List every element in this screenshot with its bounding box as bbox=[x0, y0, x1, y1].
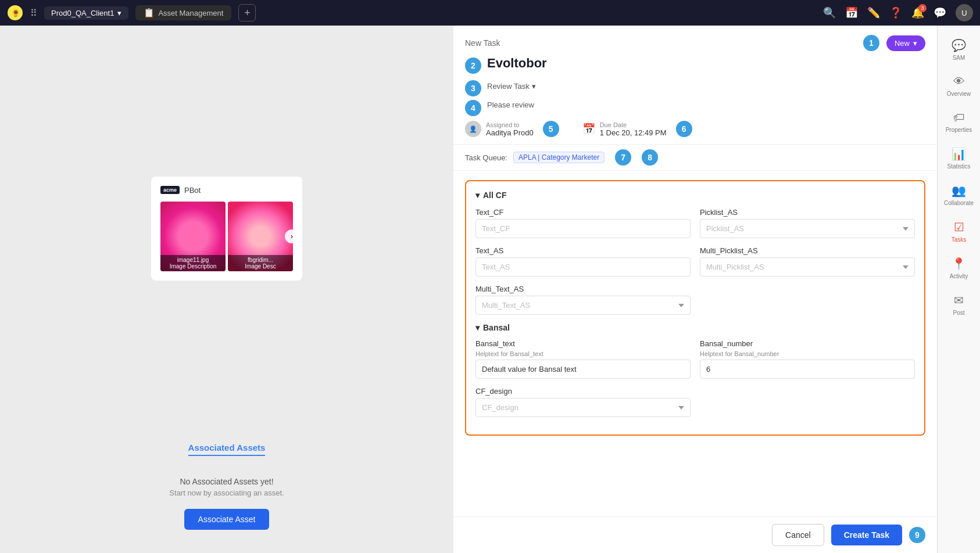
tab-label: Asset Management bbox=[158, 9, 223, 17]
logo[interactable]: 🌻 bbox=[7, 5, 23, 21]
sam-label: SAM bbox=[953, 55, 965, 61]
asset-area: acme PBot image11.jpg Image Description … bbox=[0, 26, 453, 431]
assigned-value: Aaditya Prod0 bbox=[486, 128, 534, 137]
assigned-to-field: 👤 Assigned to Aaditya Prod0 5 bbox=[465, 121, 559, 137]
task-name: Evoltobor bbox=[487, 56, 547, 71]
multi-text-as-label: Multi_Text_AS bbox=[475, 285, 691, 293]
sidebar-item-properties[interactable]: 🏷 Properties bbox=[938, 105, 980, 139]
asset-management-tab[interactable]: 📋 Asset Management bbox=[135, 5, 231, 20]
new-tab-button[interactable]: + bbox=[238, 4, 256, 21]
tag-icon: 🏷 bbox=[953, 111, 965, 124]
assigned-label: Assigned to bbox=[486, 121, 534, 128]
asset-image-2[interactable]: fbgridim... Image Desc bbox=[228, 202, 293, 271]
sidebar-item-tasks[interactable]: ☑ Tasks bbox=[938, 214, 980, 249]
help-icon[interactable]: ❓ bbox=[889, 6, 902, 19]
bansal-text-field: Bansal_text Helptext for Bansal_text bbox=[475, 339, 691, 379]
associate-asset-button[interactable]: Associate Asset bbox=[184, 509, 270, 530]
cf-row-2: Text_AS Multi_Picklist_AS Multi_Picklist… bbox=[475, 246, 915, 276]
edit-icon[interactable]: ✏️ bbox=[867, 6, 880, 19]
workspace-selector[interactable]: Prod0_QA_Client1 ▾ bbox=[44, 6, 128, 20]
status-label: New bbox=[895, 39, 910, 48]
multi-picklist-as-label: Multi_Picklist_AS bbox=[700, 246, 915, 255]
no-assets-subtitle: Start now by associating an asset. bbox=[12, 489, 442, 497]
assigned-avatar: 👤 bbox=[465, 121, 481, 137]
all-cf-title: All CF bbox=[483, 191, 506, 200]
grid-icon[interactable]: ⠿ bbox=[30, 8, 37, 19]
collaborate-label: Collaborate bbox=[944, 200, 974, 206]
bansal-number-field: Bansal_number Helptext for Bansal_number bbox=[700, 339, 915, 379]
associated-assets-section: Associated Assets No Associated Assets y… bbox=[0, 431, 453, 553]
task-type-button[interactable]: Review Task ▾ bbox=[487, 82, 536, 91]
sidebar-item-post[interactable]: ✉ Post bbox=[938, 288, 980, 322]
step-badge-9: 9 bbox=[909, 527, 925, 543]
svg-text:🌻: 🌻 bbox=[11, 8, 21, 18]
eye-icon: 👁 bbox=[953, 75, 965, 88]
user-avatar[interactable]: U bbox=[956, 4, 973, 21]
text-cf-input[interactable] bbox=[475, 219, 691, 238]
cf-design-select[interactable]: CF_design bbox=[475, 398, 691, 417]
no-assets-area: No Associated Assets yet! Start now by a… bbox=[0, 465, 453, 553]
step-badge-5: 5 bbox=[543, 121, 559, 137]
due-date-value: 1 Dec 20, 12:49 PM bbox=[600, 128, 667, 137]
status-button[interactable]: New ▾ bbox=[886, 35, 925, 51]
sidebar-item-statistics[interactable]: 📊 Statistics bbox=[938, 141, 980, 175]
pbot-label: PBot bbox=[184, 186, 201, 195]
bansal-text-input[interactable] bbox=[475, 360, 691, 379]
chevron-down-icon: ▾ bbox=[117, 9, 121, 17]
text-cf-field: Text_CF bbox=[475, 208, 691, 238]
bansal-header[interactable]: ▾ Bansal bbox=[475, 323, 915, 332]
asset-image-1[interactable]: image11.jpg Image Description bbox=[160, 202, 226, 271]
bansal-number-input[interactable] bbox=[700, 360, 915, 379]
bansal-number-help: Helptext for Bansal_number bbox=[700, 350, 915, 357]
notifications-icon[interactable]: 🔔 3 bbox=[911, 6, 924, 19]
picklist-as-select[interactable]: Picklist_AS bbox=[700, 219, 915, 238]
image2-label: fbgridim... Image Desc bbox=[228, 255, 293, 271]
task-title-row: New Task 1 New ▾ bbox=[465, 35, 925, 51]
bansal-title: Bansal bbox=[483, 323, 510, 332]
carousel-next-button[interactable]: › bbox=[285, 229, 299, 243]
multi-text-as-select[interactable]: Multi_Text_AS bbox=[475, 296, 691, 315]
acme-badge: acme bbox=[160, 186, 180, 194]
task-meta-row: 👤 Assigned to Aaditya Prod0 5 📅 Due Date… bbox=[465, 121, 925, 144]
picklist-as-label: Picklist_AS bbox=[700, 208, 915, 217]
activity-icon: 📍 bbox=[952, 257, 966, 271]
asset-card-header: acme PBot bbox=[160, 186, 293, 195]
cf-design-label: CF_design bbox=[475, 387, 691, 396]
calendar-icon[interactable]: 📅 bbox=[845, 6, 858, 19]
sidebar-item-overview[interactable]: 👁 Overview bbox=[938, 69, 980, 103]
main-layout: acme PBot image11.jpg Image Description … bbox=[0, 26, 980, 553]
task-queue-label: Task Queue: bbox=[465, 153, 507, 162]
sidebar-item-activity[interactable]: 📍 Activity bbox=[938, 251, 980, 285]
chart-icon: 📊 bbox=[952, 147, 966, 161]
right-sidebar: 💬 SAM 👁 Overview 🏷 Properties 📊 Statisti… bbox=[937, 26, 980, 553]
left-panel: acme PBot image11.jpg Image Description … bbox=[0, 26, 453, 553]
create-task-button[interactable]: Create Task bbox=[831, 525, 902, 545]
asset-images: image11.jpg Image Description › fbgridim… bbox=[160, 202, 293, 271]
chat-icon[interactable]: 💬 bbox=[933, 6, 946, 19]
bansal-collapse-icon: ▾ bbox=[475, 323, 480, 332]
task-desc: Please review bbox=[487, 100, 534, 109]
task-header: New Task 1 New ▾ 2 Evoltobor 3 Review Ta… bbox=[453, 26, 937, 145]
bansal-text-help: Helptext for Bansal_text bbox=[475, 350, 691, 357]
task-form-panel: New Task 1 New ▾ 2 Evoltobor 3 Review Ta… bbox=[453, 26, 937, 553]
associated-assets-title: Associated Assets bbox=[188, 443, 266, 456]
text-as-input[interactable] bbox=[475, 257, 691, 276]
multi-picklist-as-select[interactable]: Multi_Picklist_AS bbox=[700, 257, 915, 276]
search-icon[interactable]: 🔍 bbox=[823, 6, 836, 19]
cf-row-1: Text_CF Picklist_AS Picklist_AS bbox=[475, 208, 915, 238]
step-badge-8: 8 bbox=[642, 149, 658, 166]
sidebar-item-collaborate[interactable]: 👥 Collaborate bbox=[938, 178, 980, 212]
multi-picklist-as-field: Multi_Picklist_AS Multi_Picklist_AS bbox=[700, 246, 915, 276]
task-footer: Cancel Create Task 9 bbox=[453, 516, 937, 553]
sidebar-item-sam[interactable]: 💬 SAM bbox=[938, 33, 980, 67]
plus-icon: + bbox=[244, 7, 251, 19]
overview-label: Overview bbox=[947, 91, 971, 97]
chat-bubble-icon: 💬 bbox=[952, 38, 966, 52]
all-cf-header[interactable]: ▾ All CF bbox=[475, 191, 915, 200]
task-type-label: Review Task bbox=[487, 82, 530, 91]
cancel-button[interactable]: Cancel bbox=[772, 524, 824, 546]
properties-label: Properties bbox=[946, 127, 972, 133]
new-task-label: New Task bbox=[465, 38, 500, 48]
notification-count: 3 bbox=[918, 4, 927, 12]
bansal-row-2: CF_design CF_design bbox=[475, 387, 915, 417]
